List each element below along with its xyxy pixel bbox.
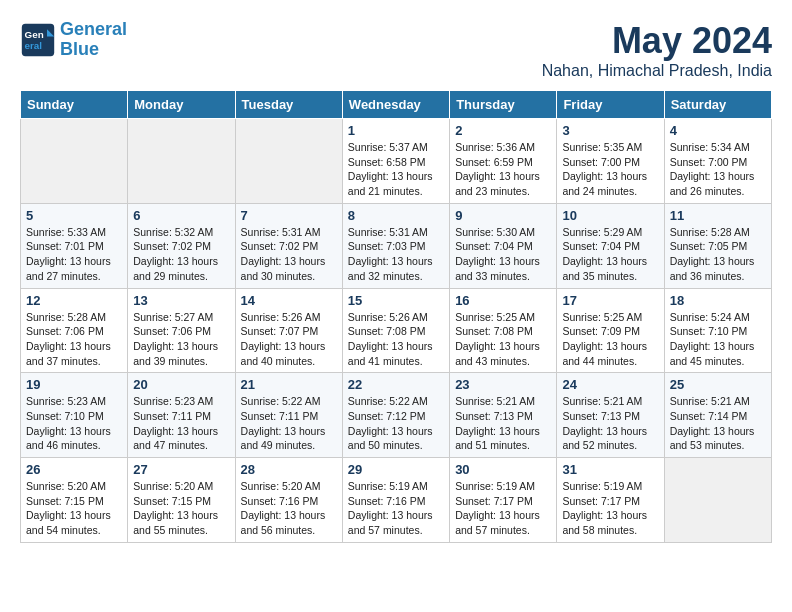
day-cell: 15Sunrise: 5:26 AMSunset: 7:08 PMDayligh…: [342, 288, 449, 373]
day-number: 7: [241, 208, 337, 223]
day-info: Sunrise: 5:20 AMSunset: 7:15 PMDaylight:…: [26, 479, 122, 538]
day-info: Sunrise: 5:31 AMSunset: 7:02 PMDaylight:…: [241, 225, 337, 284]
day-info: Sunrise: 5:34 AMSunset: 7:00 PMDaylight:…: [670, 140, 766, 199]
weekday-header-row: SundayMondayTuesdayWednesdayThursdayFrid…: [21, 91, 772, 119]
day-info: Sunrise: 5:21 AMSunset: 7:14 PMDaylight:…: [670, 394, 766, 453]
day-cell: 3Sunrise: 5:35 AMSunset: 7:00 PMDaylight…: [557, 119, 664, 204]
day-number: 21: [241, 377, 337, 392]
day-number: 16: [455, 293, 551, 308]
day-info: Sunrise: 5:23 AMSunset: 7:10 PMDaylight:…: [26, 394, 122, 453]
svg-text:eral: eral: [25, 40, 43, 51]
week-row-4: 19Sunrise: 5:23 AMSunset: 7:10 PMDayligh…: [21, 373, 772, 458]
day-number: 11: [670, 208, 766, 223]
day-cell: 21Sunrise: 5:22 AMSunset: 7:11 PMDayligh…: [235, 373, 342, 458]
day-cell: 29Sunrise: 5:19 AMSunset: 7:16 PMDayligh…: [342, 458, 449, 543]
day-number: 17: [562, 293, 658, 308]
day-number: 29: [348, 462, 444, 477]
day-cell: 23Sunrise: 5:21 AMSunset: 7:13 PMDayligh…: [450, 373, 557, 458]
day-number: 26: [26, 462, 122, 477]
day-info: Sunrise: 5:28 AMSunset: 7:06 PMDaylight:…: [26, 310, 122, 369]
day-number: 20: [133, 377, 229, 392]
day-info: Sunrise: 5:27 AMSunset: 7:06 PMDaylight:…: [133, 310, 229, 369]
day-cell: 6Sunrise: 5:32 AMSunset: 7:02 PMDaylight…: [128, 203, 235, 288]
day-cell: [235, 119, 342, 204]
day-cell: 25Sunrise: 5:21 AMSunset: 7:14 PMDayligh…: [664, 373, 771, 458]
logo-text: General Blue: [60, 20, 127, 60]
day-info: Sunrise: 5:20 AMSunset: 7:16 PMDaylight:…: [241, 479, 337, 538]
day-number: 13: [133, 293, 229, 308]
day-cell: 31Sunrise: 5:19 AMSunset: 7:17 PMDayligh…: [557, 458, 664, 543]
day-number: 8: [348, 208, 444, 223]
day-cell: 1Sunrise: 5:37 AMSunset: 6:58 PMDaylight…: [342, 119, 449, 204]
month-title: May 2024: [542, 20, 772, 62]
day-cell: 27Sunrise: 5:20 AMSunset: 7:15 PMDayligh…: [128, 458, 235, 543]
day-number: 1: [348, 123, 444, 138]
day-cell: 9Sunrise: 5:30 AMSunset: 7:04 PMDaylight…: [450, 203, 557, 288]
day-number: 23: [455, 377, 551, 392]
svg-text:Gen: Gen: [25, 29, 44, 40]
day-info: Sunrise: 5:21 AMSunset: 7:13 PMDaylight:…: [562, 394, 658, 453]
day-cell: 22Sunrise: 5:22 AMSunset: 7:12 PMDayligh…: [342, 373, 449, 458]
day-number: 4: [670, 123, 766, 138]
day-number: 6: [133, 208, 229, 223]
day-cell: 18Sunrise: 5:24 AMSunset: 7:10 PMDayligh…: [664, 288, 771, 373]
day-number: 24: [562, 377, 658, 392]
day-cell: 13Sunrise: 5:27 AMSunset: 7:06 PMDayligh…: [128, 288, 235, 373]
day-info: Sunrise: 5:19 AMSunset: 7:16 PMDaylight:…: [348, 479, 444, 538]
day-info: Sunrise: 5:30 AMSunset: 7:04 PMDaylight:…: [455, 225, 551, 284]
day-number: 3: [562, 123, 658, 138]
day-cell: 2Sunrise: 5:36 AMSunset: 6:59 PMDaylight…: [450, 119, 557, 204]
day-cell: 8Sunrise: 5:31 AMSunset: 7:03 PMDaylight…: [342, 203, 449, 288]
weekday-header-tuesday: Tuesday: [235, 91, 342, 119]
day-cell: 10Sunrise: 5:29 AMSunset: 7:04 PMDayligh…: [557, 203, 664, 288]
week-row-2: 5Sunrise: 5:33 AMSunset: 7:01 PMDaylight…: [21, 203, 772, 288]
day-cell: 12Sunrise: 5:28 AMSunset: 7:06 PMDayligh…: [21, 288, 128, 373]
location-subtitle: Nahan, Himachal Pradesh, India: [542, 62, 772, 80]
weekday-header-thursday: Thursday: [450, 91, 557, 119]
day-number: 31: [562, 462, 658, 477]
day-number: 2: [455, 123, 551, 138]
page-header: Gen eral General Blue May 2024 Nahan, Hi…: [20, 20, 772, 80]
day-info: Sunrise: 5:26 AMSunset: 7:08 PMDaylight:…: [348, 310, 444, 369]
title-block: May 2024 Nahan, Himachal Pradesh, India: [542, 20, 772, 80]
weekday-header-saturday: Saturday: [664, 91, 771, 119]
day-info: Sunrise: 5:32 AMSunset: 7:02 PMDaylight:…: [133, 225, 229, 284]
day-info: Sunrise: 5:36 AMSunset: 6:59 PMDaylight:…: [455, 140, 551, 199]
day-number: 9: [455, 208, 551, 223]
logo-line2: Blue: [60, 39, 99, 59]
day-info: Sunrise: 5:35 AMSunset: 7:00 PMDaylight:…: [562, 140, 658, 199]
day-cell: 28Sunrise: 5:20 AMSunset: 7:16 PMDayligh…: [235, 458, 342, 543]
day-info: Sunrise: 5:22 AMSunset: 7:11 PMDaylight:…: [241, 394, 337, 453]
day-info: Sunrise: 5:26 AMSunset: 7:07 PMDaylight:…: [241, 310, 337, 369]
day-cell: 19Sunrise: 5:23 AMSunset: 7:10 PMDayligh…: [21, 373, 128, 458]
weekday-header-friday: Friday: [557, 91, 664, 119]
day-number: 22: [348, 377, 444, 392]
day-cell: 26Sunrise: 5:20 AMSunset: 7:15 PMDayligh…: [21, 458, 128, 543]
day-info: Sunrise: 5:24 AMSunset: 7:10 PMDaylight:…: [670, 310, 766, 369]
day-info: Sunrise: 5:22 AMSunset: 7:12 PMDaylight:…: [348, 394, 444, 453]
day-info: Sunrise: 5:33 AMSunset: 7:01 PMDaylight:…: [26, 225, 122, 284]
day-info: Sunrise: 5:25 AMSunset: 7:08 PMDaylight:…: [455, 310, 551, 369]
day-cell: 5Sunrise: 5:33 AMSunset: 7:01 PMDaylight…: [21, 203, 128, 288]
day-info: Sunrise: 5:19 AMSunset: 7:17 PMDaylight:…: [455, 479, 551, 538]
day-number: 14: [241, 293, 337, 308]
day-cell: 20Sunrise: 5:23 AMSunset: 7:11 PMDayligh…: [128, 373, 235, 458]
logo: Gen eral General Blue: [20, 20, 127, 60]
day-number: 30: [455, 462, 551, 477]
logo-icon: Gen eral: [20, 22, 56, 58]
day-number: 12: [26, 293, 122, 308]
day-cell: 16Sunrise: 5:25 AMSunset: 7:08 PMDayligh…: [450, 288, 557, 373]
day-info: Sunrise: 5:31 AMSunset: 7:03 PMDaylight:…: [348, 225, 444, 284]
week-row-5: 26Sunrise: 5:20 AMSunset: 7:15 PMDayligh…: [21, 458, 772, 543]
calendar-table: SundayMondayTuesdayWednesdayThursdayFrid…: [20, 90, 772, 543]
day-info: Sunrise: 5:28 AMSunset: 7:05 PMDaylight:…: [670, 225, 766, 284]
day-cell: [21, 119, 128, 204]
day-cell: 14Sunrise: 5:26 AMSunset: 7:07 PMDayligh…: [235, 288, 342, 373]
day-info: Sunrise: 5:21 AMSunset: 7:13 PMDaylight:…: [455, 394, 551, 453]
week-row-1: 1Sunrise: 5:37 AMSunset: 6:58 PMDaylight…: [21, 119, 772, 204]
day-number: 19: [26, 377, 122, 392]
weekday-header-sunday: Sunday: [21, 91, 128, 119]
day-cell: 4Sunrise: 5:34 AMSunset: 7:00 PMDaylight…: [664, 119, 771, 204]
week-row-3: 12Sunrise: 5:28 AMSunset: 7:06 PMDayligh…: [21, 288, 772, 373]
day-info: Sunrise: 5:29 AMSunset: 7:04 PMDaylight:…: [562, 225, 658, 284]
